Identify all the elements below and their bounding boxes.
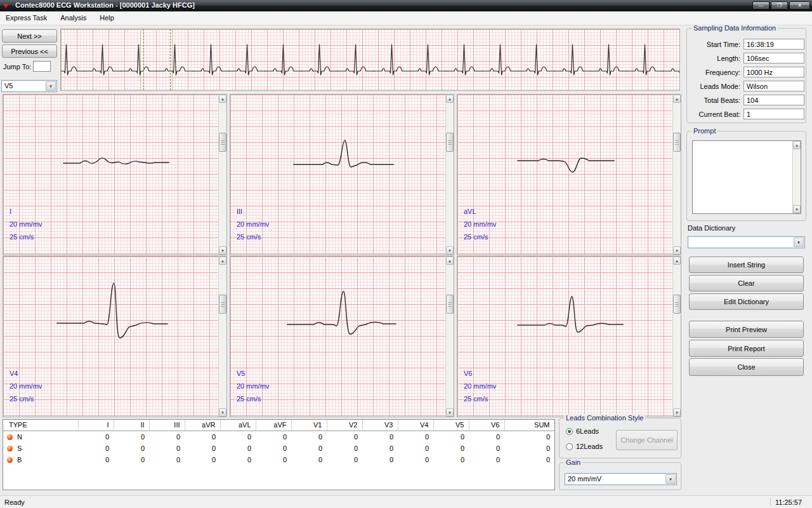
chevron-down-icon[interactable]: ▼ — [794, 237, 804, 247]
menu-express-task[interactable]: Express Task — [0, 11, 53, 25]
insert-string-button[interactable]: Insert String — [689, 257, 804, 273]
scroll-up-icon[interactable]: ▲ — [446, 95, 454, 103]
beat-type-icon — [7, 446, 13, 451]
scrollbar-thumb[interactable] — [673, 295, 681, 314]
data-dictionary-combobox[interactable]: ▼ — [688, 236, 805, 248]
jump-to-input[interactable] — [33, 61, 51, 72]
close-button[interactable]: Close — [689, 358, 804, 376]
info-row-current-beat: Current Beat: 1 — [690, 109, 804, 120]
lead-speed-label: 25 cm/s — [10, 395, 34, 403]
cell: 0 — [256, 431, 291, 442]
scroll-down-icon[interactable]: ▼ — [446, 246, 454, 255]
prompt-group: Prompt ▲ ▼ — [686, 131, 806, 221]
cell: 0 — [149, 431, 185, 442]
cell: 0 — [398, 442, 433, 453]
lead-gain-label: 20 mm/mv — [464, 220, 496, 228]
panel-scrollbar[interactable]: ▲ ▼ — [672, 95, 681, 255]
scrollbar-thumb[interactable] — [219, 133, 226, 152]
scroll-up-icon[interactable]: ▲ — [219, 257, 226, 265]
scroll-down-icon[interactable]: ▼ — [793, 205, 801, 213]
panel-scrollbar[interactable]: ▲ ▼ — [445, 95, 454, 255]
column-header: V3 — [362, 420, 398, 431]
length-label: Length: — [690, 55, 740, 62]
radio-12leads[interactable]: 12Leads — [566, 443, 603, 450]
prompt-box: ▲ ▼ — [692, 140, 801, 214]
scroll-down-icon[interactable]: ▼ — [673, 408, 681, 417]
panel-scrollbar[interactable]: ▲ ▼ — [218, 95, 226, 255]
panel-scrollbar[interactable]: ▲ ▼ — [218, 257, 226, 417]
cell: 0 — [114, 442, 149, 453]
table-row-n[interactable]: N 0 0 0 0 0 0 0 0 0 0 0 0 0 — [3, 431, 554, 442]
panel-lead-v6: V6 20 mm/mv 25 cm/s ▲ ▼ — [457, 256, 681, 417]
scroll-up-icon[interactable]: ▲ — [793, 141, 801, 149]
lead-speed-label: 25 cm/s — [464, 233, 488, 241]
scrollbar-thumb[interactable] — [673, 133, 681, 152]
print-report-button[interactable]: Print Report — [689, 340, 804, 357]
lead-gain-label: 20 mm/mv — [237, 382, 269, 390]
scroll-up-icon[interactable]: ▲ — [446, 257, 454, 265]
rhythm-strip[interactable] — [60, 29, 680, 91]
scroll-down-icon[interactable]: ▼ — [219, 246, 226, 255]
start-time-value: 16:38:19 — [743, 39, 804, 50]
print-preview-button[interactable]: Print Preview — [689, 321, 804, 338]
menu-analysis[interactable]: Analysis — [55, 11, 92, 25]
window-controls: — ❐ ✕ — [752, 1, 810, 10]
lead-name-label: I — [10, 208, 11, 215]
minimize-button[interactable]: — — [752, 1, 769, 10]
beat-type-label: N — [17, 433, 22, 441]
beat-count-table: TYPE I II III aVR aVL aVF V1 V2 V3 V4 V5… — [3, 419, 555, 490]
scrollbar-thumb[interactable] — [446, 133, 454, 152]
edit-dictionary-button[interactable]: Edit Dictionary — [689, 293, 804, 310]
cell: 0 — [504, 431, 554, 442]
beat-marker-end — [170, 29, 171, 90]
panel-scrollbar[interactable]: ▲ ▼ — [672, 257, 681, 417]
scroll-up-icon[interactable]: ▲ — [673, 257, 681, 265]
gain-group: Gain 20 mm/mV ▼ — [559, 462, 681, 490]
scrollbar-thumb[interactable] — [219, 295, 226, 314]
scroll-up-icon[interactable]: ▲ — [673, 95, 681, 103]
gain-combobox[interactable]: 20 mm/mV ▼ — [565, 473, 677, 485]
cell: 0 — [469, 431, 504, 442]
radio-button-icon[interactable] — [566, 428, 573, 435]
change-channel-button: Change Channel — [616, 430, 678, 450]
cell: 0 — [327, 453, 362, 465]
wave-area-v6: V6 20 mm/mv 25 cm/s — [457, 257, 672, 417]
start-time-label: Start Time: — [690, 41, 740, 48]
cell: 0 — [469, 442, 504, 453]
table-row-b[interactable]: B 0 0 0 0 0 0 0 0 0 0 0 0 0 — [3, 453, 554, 465]
sampling-info-group: Sampling Data Information Start Time: 16… — [686, 28, 806, 123]
column-header: V4 — [398, 420, 433, 431]
scroll-up-icon[interactable]: ▲ — [219, 95, 226, 103]
clear-button[interactable]: Clear — [689, 275, 804, 291]
status-clock: 11:25:57 — [775, 498, 802, 506]
lead-selector-combobox[interactable]: V5 ▼ — [1, 80, 57, 92]
prompt-scrollbar[interactable]: ▲ ▼ — [792, 141, 801, 213]
panel-scrollbar[interactable]: ▲ ▼ — [445, 257, 454, 417]
column-header: aVF — [256, 420, 291, 431]
panel-lead-v5: V5 20 mm/mv 25 cm/s ▲ ▼ — [230, 256, 454, 417]
close-window-button[interactable]: ✕ — [789, 1, 810, 10]
lead-speed-label: 25 cm/s — [237, 233, 261, 241]
radio-button-icon[interactable] — [566, 443, 573, 450]
previous-button[interactable]: Previous << — [2, 44, 57, 58]
scroll-down-icon[interactable]: ▼ — [446, 408, 454, 417]
restore-button[interactable]: ❐ — [771, 1, 788, 10]
menu-help[interactable]: Help — [94, 11, 120, 25]
chevron-down-icon[interactable]: ▼ — [665, 474, 676, 484]
cell: 0 — [398, 453, 433, 465]
status-text: Ready — [4, 498, 25, 506]
cell: 0 — [149, 442, 185, 453]
scrollbar-thumb[interactable] — [446, 295, 454, 314]
prompt-textarea[interactable] — [693, 142, 792, 213]
cell: 0 — [327, 442, 362, 453]
table-row-s[interactable]: S 0 0 0 0 0 0 0 0 0 0 0 0 0 — [3, 442, 554, 453]
scroll-down-icon[interactable]: ▼ — [673, 246, 681, 255]
window-title: Contec8000 ECG Workstation - [0000001 Ja… — [15, 1, 195, 9]
info-row-length: Length: 106sec — [690, 53, 804, 64]
radio-6leads[interactable]: 6Leads — [566, 427, 599, 435]
next-button[interactable]: Next >> — [2, 29, 57, 43]
lead-gain-label: 20 mm/mv — [237, 220, 269, 228]
chevron-down-icon[interactable]: ▼ — [46, 81, 56, 91]
scroll-down-icon[interactable]: ▼ — [219, 408, 226, 417]
cell: 0 — [327, 431, 362, 442]
